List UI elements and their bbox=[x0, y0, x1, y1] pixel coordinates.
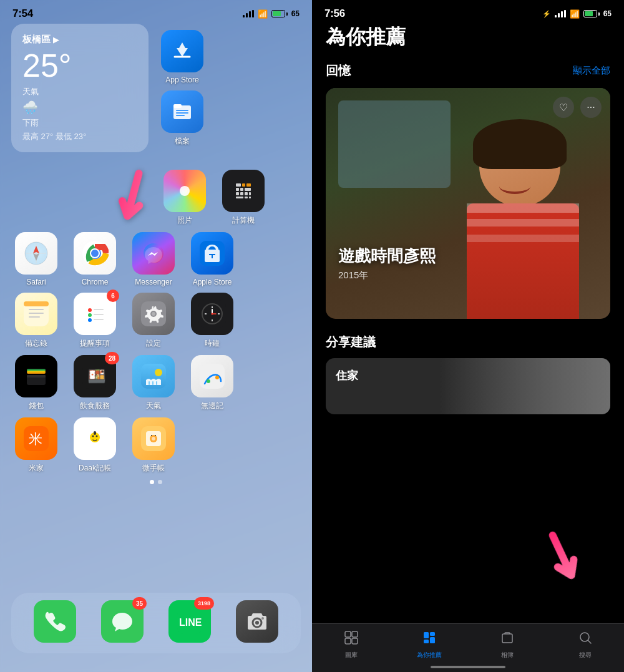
right-signal-icon bbox=[555, 10, 566, 17]
right-wifi-icon: 📶 bbox=[570, 9, 580, 19]
chrome-label: Chrome bbox=[82, 278, 109, 286]
left-home-content: 板橋區 ▶ 25° 天氣 🌧️ 下雨 最高 27° 最低 23° bbox=[0, 24, 312, 484]
svg-rect-4 bbox=[176, 112, 188, 114]
clock-label: 時鐘 bbox=[205, 338, 220, 349]
svg-text:LINE: LINE bbox=[179, 617, 202, 628]
app-calc[interactable]: 計算機 bbox=[218, 170, 268, 226]
share-section-title: 分享建議 bbox=[326, 334, 610, 351]
app-files[interactable]: 檔案 bbox=[157, 90, 207, 147]
svg-rect-11 bbox=[236, 188, 239, 191]
reminders-icon: 6 bbox=[74, 293, 116, 335]
memory-card[interactable]: ♡ ··· 遊戲時間彥熙 2015年 bbox=[326, 88, 610, 319]
memory-actions: ♡ ··· bbox=[553, 97, 602, 118]
albums-icon bbox=[500, 630, 515, 649]
svg-rect-86 bbox=[155, 435, 156, 436]
share-card-bg bbox=[439, 358, 610, 414]
left-status-icons: 📶 65 bbox=[243, 9, 300, 19]
memory-more-button[interactable]: ··· bbox=[580, 97, 602, 118]
svg-rect-69 bbox=[152, 381, 154, 385]
right-arrow bbox=[521, 525, 596, 605]
app-safari[interactable]: Safari bbox=[11, 232, 61, 286]
calc-label: 計算機 bbox=[232, 215, 255, 226]
app-micro[interactable]: 微手帳 bbox=[129, 417, 178, 474]
freeform-label: 無邊記 bbox=[201, 401, 223, 411]
tab-bar: 圖庫 為你推薦 相簿 bbox=[312, 623, 624, 672]
weather2-icon bbox=[132, 355, 175, 397]
dock: 35 3198 LINE bbox=[11, 593, 301, 653]
app-weather2[interactable]: 天氣 bbox=[129, 355, 178, 411]
app-freeform[interactable]: 無邊記 bbox=[187, 355, 237, 411]
svg-point-84 bbox=[152, 437, 155, 441]
svg-point-48 bbox=[152, 312, 155, 316]
dock-camera[interactable] bbox=[232, 600, 282, 646]
app-settings[interactable]: 設定 bbox=[129, 293, 178, 349]
freeform-icon bbox=[191, 355, 233, 397]
svg-rect-13 bbox=[245, 188, 251, 191]
share-card[interactable]: 住家 bbox=[326, 358, 610, 414]
right-status-icons: ⚡ 📶 65 bbox=[542, 9, 612, 19]
dock-messages[interactable]: 35 bbox=[97, 600, 147, 646]
app-notes[interactable]: 備忘錄 bbox=[11, 293, 61, 349]
weather-widget[interactable]: 板橋區 ▶ 25° 天氣 🌧️ 下雨 最高 27° 最低 23° bbox=[11, 24, 149, 152]
right-time: 7:56 bbox=[324, 7, 345, 20]
memory-heart-button[interactable]: ♡ bbox=[553, 97, 574, 118]
svg-rect-63 bbox=[27, 375, 46, 377]
applestore-label: Apple Store bbox=[193, 278, 232, 286]
svg-text:🍱: 🍱 bbox=[87, 367, 106, 385]
app-wallet[interactable]: 錢包 bbox=[11, 355, 61, 411]
svg-point-44 bbox=[88, 318, 92, 322]
svg-rect-85 bbox=[151, 435, 152, 436]
svg-rect-20 bbox=[249, 197, 251, 198]
svg-point-101 bbox=[580, 633, 589, 641]
weather-temp: 25° bbox=[22, 48, 137, 84]
svg-rect-2 bbox=[173, 104, 182, 108]
app-appstore[interactable]: App Store bbox=[157, 30, 207, 84]
tab-search[interactable]: 搜尋 bbox=[546, 630, 624, 660]
svg-point-73 bbox=[207, 379, 210, 383]
appstore-label: App Store bbox=[165, 75, 198, 84]
micro-icon bbox=[132, 417, 175, 460]
search-label: 搜尋 bbox=[579, 651, 592, 660]
svg-rect-96 bbox=[424, 632, 429, 638]
app-food[interactable]: 28 🍱 飲食服務 bbox=[70, 355, 120, 411]
camera-icon bbox=[236, 600, 278, 643]
battery-icon bbox=[271, 10, 288, 17]
svg-point-40 bbox=[88, 308, 92, 312]
right-battery-percentage: 65 bbox=[603, 9, 612, 18]
app-clock[interactable]: 時鐘 bbox=[187, 293, 237, 349]
messages-icon: 35 bbox=[101, 600, 144, 643]
search-icon bbox=[578, 630, 593, 649]
tab-albums[interactable]: 相簿 bbox=[468, 630, 546, 660]
svg-point-78 bbox=[92, 436, 94, 437]
dock-line[interactable]: 3198 LINE bbox=[165, 600, 215, 646]
app-reminders[interactable]: 6 提醒事項 bbox=[70, 293, 120, 349]
svg-rect-5 bbox=[176, 115, 185, 116]
app-row-3: Safari Chrome bbox=[11, 232, 301, 286]
right-photos-content: 為你推薦 回憶 顯示全部 bbox=[312, 24, 624, 414]
phone-icon bbox=[34, 600, 76, 643]
safari-label: Safari bbox=[26, 278, 46, 286]
albums-label: 相簿 bbox=[501, 651, 514, 660]
app-daak[interactable]: Daak記帳 bbox=[70, 417, 120, 474]
weather-description: 下雨 bbox=[22, 117, 137, 129]
mijia-icon: 米 bbox=[15, 417, 57, 460]
appstore-icon bbox=[161, 30, 203, 72]
svg-rect-15 bbox=[240, 192, 243, 195]
app-chrome[interactable]: Chrome bbox=[70, 232, 120, 286]
app-mijia[interactable]: 米 米家 bbox=[11, 417, 61, 474]
tab-foryou[interactable]: 為你推薦 bbox=[390, 630, 468, 660]
dock-phone[interactable] bbox=[30, 600, 80, 646]
show-all-button[interactable]: 顯示全部 bbox=[573, 65, 610, 77]
svg-rect-36 bbox=[29, 313, 44, 314]
left-screen: 7:54 📶 65 板橋區 bbox=[0, 0, 312, 672]
applestore-icon bbox=[191, 232, 233, 275]
app-row-6: 米 米家 Daak記帳 bbox=[11, 417, 301, 474]
app-applestore[interactable]: Apple Store bbox=[187, 232, 237, 286]
memory-bg-obj bbox=[338, 100, 451, 188]
safari-icon bbox=[15, 232, 57, 275]
wallet-icon bbox=[15, 355, 57, 397]
svg-point-42 bbox=[88, 313, 92, 317]
tab-gallery[interactable]: 圖庫 bbox=[312, 630, 390, 660]
svg-rect-94 bbox=[345, 638, 351, 644]
right-screen: 7:56 ⚡ 📶 65 為你推薦 回憶 顯示全 bbox=[312, 0, 624, 672]
